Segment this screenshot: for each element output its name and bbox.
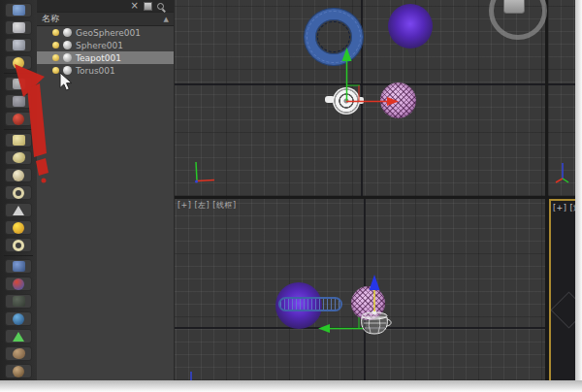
rain-brush-icon-glyph [13, 261, 25, 272]
oil-sphere-icon[interactable] [5, 364, 32, 378]
blob-shape-icon-glyph [13, 152, 25, 163]
ring-shape-icon[interactable] [5, 238, 32, 252]
object-name-label[interactable]: Torus001 [76, 66, 115, 76]
sort-ascending-icon[interactable]: ▲ [164, 16, 169, 23]
object-name-label[interactable]: Sphere001 [76, 41, 123, 50]
blob-shape-icon[interactable] [5, 150, 32, 165]
geometry-object-icon [63, 53, 72, 62]
forest-icon[interactable] [5, 294, 32, 309]
explorer-mini-toolbar: × [37, 0, 174, 12]
explorer-object-list: GeoSphere001Sphere001Teapot001Torus001 [37, 26, 174, 77]
molecule-icon-glyph [13, 278, 24, 290]
molecule-icon[interactable] [5, 277, 32, 291]
left-toolbar [0, 0, 37, 380]
visibility-lightbulb-icon[interactable] [52, 42, 59, 49]
geosphere001-top-view[interactable] [388, 4, 433, 49]
notes-panel-icon-glyph [13, 22, 25, 33]
rain-brush-icon[interactable] [5, 259, 32, 274]
visibility-lightbulb-icon[interactable] [52, 67, 59, 74]
sphere001-left-view[interactable] [351, 286, 385, 320]
viewport-label-left-wireframe[interactable]: [+] [左] [线框] [178, 200, 237, 211]
visibility-lightbulb-icon[interactable] [52, 54, 59, 61]
hoof-icon[interactable] [5, 346, 32, 361]
rounded-rect-shape-icon-glyph [13, 135, 25, 146]
gears-icon-glyph [13, 114, 24, 125]
scene-explorer-panel: × 名称 ▲ GeoSphere001Sphere001Teapot001Tor… [37, 0, 175, 380]
lightbulb-icon[interactable] [5, 55, 32, 70]
explorer-row-teapot001[interactable]: Teapot001 [37, 51, 174, 64]
oil-sphere-icon-glyph [13, 366, 24, 377]
image-border [575, 0, 582, 392]
hoof-icon-glyph [13, 348, 25, 359]
notes-panel-icon[interactable] [5, 20, 32, 35]
crystal-icon[interactable] [5, 329, 32, 343]
torus001-top-view[interactable] [305, 9, 363, 65]
camera-tool-icon-glyph [13, 79, 25, 89]
perspective-grid-plane [550, 291, 577, 328]
spreadsheet-panel-icon[interactable] [5, 38, 32, 52]
geometry-object-icon [63, 66, 72, 75]
display-panel-icon-glyph [13, 5, 25, 16]
geometry-object-icon [63, 28, 72, 37]
torus-shape-icon[interactable] [5, 185, 32, 200]
explorer-header-row[interactable]: 名称 ▲ [37, 12, 174, 26]
explorer-row-torus001[interactable]: Torus001 [37, 64, 174, 77]
display-panel-icon[interactable] [5, 3, 32, 17]
geometry-object-icon [63, 41, 72, 49]
forest-icon-glyph [13, 296, 25, 307]
name-column-header[interactable]: 名称 [42, 13, 59, 25]
visibility-lightbulb-icon[interactable] [52, 29, 59, 36]
torus-shape-icon-glyph [13, 187, 24, 199]
disc-shape-icon[interactable] [5, 168, 32, 182]
explorer-row-geosphere001[interactable]: GeoSphere001 [37, 26, 174, 39]
hand-tool-icon[interactable] [5, 94, 32, 109]
save-icon[interactable] [144, 2, 152, 11]
viewport-top-right[interactable] [548, 0, 575, 196]
toolbar-divider [4, 73, 33, 74]
grid-origin-line [548, 83, 575, 85]
globe-icon[interactable] [5, 311, 32, 326]
globe-icon-glyph [13, 313, 24, 325]
camera-tool-icon[interactable] [5, 77, 32, 91]
close-icon[interactable]: × [131, 1, 139, 11]
search-icon[interactable] [157, 3, 164, 10]
explorer-row-sphere001[interactable]: Sphere001 [37, 39, 174, 51]
cone-shape-icon[interactable] [5, 203, 32, 217]
crystal-icon-glyph [13, 332, 24, 342]
torus001-left-view[interactable] [278, 297, 342, 311]
teapot001-top-view[interactable] [333, 87, 360, 114]
application-window: [+] [透视] [+] [左] [线框] [0, 0, 582, 392]
ring-shape-icon-glyph [13, 240, 24, 251]
lightbulb-icon-glyph [13, 57, 24, 69]
viewport-perspective-active[interactable]: [+] [透视] [549, 199, 577, 382]
spreadsheet-panel-icon-glyph [13, 40, 25, 50]
viewcube-home-icon[interactable] [503, 0, 525, 14]
hand-tool-icon-glyph [13, 96, 25, 107]
toolbar-divider [4, 129, 33, 130]
viewport-label-perspective[interactable]: [+] [透视] [553, 203, 577, 213]
cone-shape-icon-glyph [13, 206, 24, 215]
sun-icon-glyph [13, 222, 24, 234]
image-border [0, 380, 582, 392]
rounded-rect-shape-icon[interactable] [5, 133, 32, 147]
disc-shape-icon-glyph [13, 170, 24, 181]
object-name-label[interactable]: Teapot001 [76, 53, 121, 63]
gears-icon[interactable] [5, 112, 32, 126]
toolbar-divider [4, 255, 33, 256]
object-name-label[interactable]: GeoSphere001 [76, 28, 141, 38]
sun-icon[interactable] [5, 220, 32, 235]
sphere001-top-view[interactable] [380, 82, 416, 118]
